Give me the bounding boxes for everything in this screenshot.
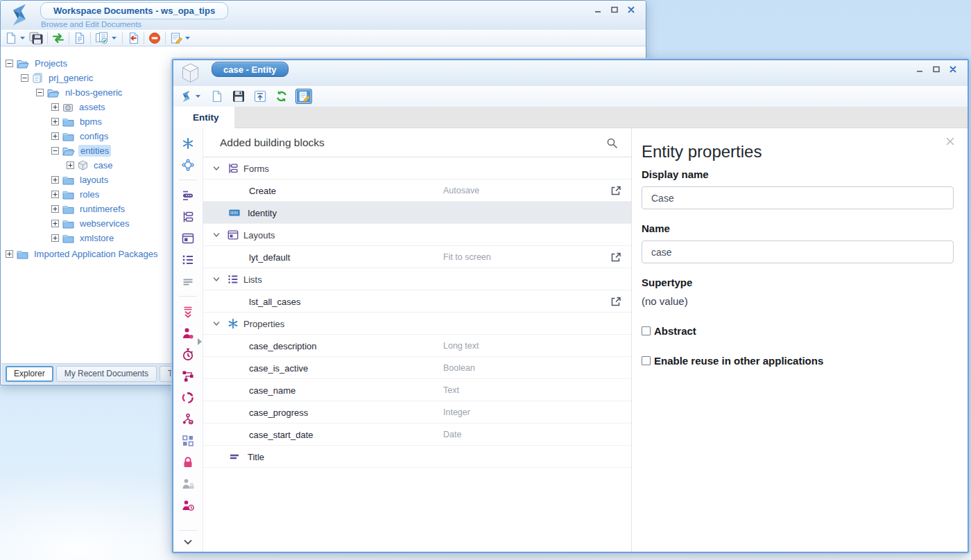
tree-expander-plus[interactable] <box>51 205 59 213</box>
dropdown-caret-icon[interactable] <box>184 36 191 40</box>
group-label: Properties <box>243 318 284 329</box>
block-row-lyt-default[interactable]: lyt_defaultFit to screen <box>203 246 631 268</box>
edit-document-button[interactable] <box>169 30 193 46</box>
new-document-button[interactable] <box>3 30 28 46</box>
lock-icon[interactable] <box>173 451 203 473</box>
checkbox-label: Abstract <box>654 325 696 337</box>
relations-icon[interactable] <box>173 154 203 175</box>
block-row-case-description[interactable]: case_descriptionLong text <box>203 335 631 357</box>
controls-icon[interactable] <box>173 184 203 206</box>
forms-icon[interactable] <box>173 206 203 227</box>
person-lock-icon[interactable] <box>173 473 203 494</box>
open-in-editor-icon[interactable] <box>610 252 621 263</box>
tree-expander-minus[interactable] <box>51 147 59 155</box>
enable-reuse-in-other-applications-checkbox[interactable] <box>642 356 651 365</box>
collapse-chevron-icon[interactable] <box>212 320 221 328</box>
entity-window: case - Entity Entity Added building bloc… <box>172 59 969 553</box>
block-row-case-progress[interactable]: case_progressInteger <box>203 401 631 423</box>
tree-expander-plus[interactable] <box>67 161 74 169</box>
decision-icon[interactable] <box>173 408 203 430</box>
group-row-layouts[interactable]: Layouts <box>203 224 631 246</box>
layouts-icon[interactable] <box>173 227 203 249</box>
maximize-button[interactable] <box>931 64 941 73</box>
tree-expander-plus[interactable] <box>51 191 59 198</box>
block-row-create[interactable]: CreateAutosave <box>203 180 631 202</box>
close-icon[interactable] <box>946 137 954 146</box>
lifecycle-icon[interactable] <box>173 387 203 408</box>
close-button[interactable] <box>626 5 636 14</box>
dropdown-caret-icon[interactable] <box>194 94 202 98</box>
tab-my-recent-documents[interactable]: My Recent Documents <box>56 366 157 382</box>
close-button[interactable] <box>947 64 958 73</box>
group-row-properties[interactable]: Properties <box>203 313 631 335</box>
group-row-lists[interactable]: Lists <box>203 268 631 290</box>
block-detail: Fit to screen <box>443 252 491 262</box>
folder-icon <box>62 117 74 127</box>
tree-expander-minus[interactable] <box>21 74 28 82</box>
workspace-window-controls <box>592 5 636 14</box>
process-icon[interactable] <box>173 365 203 387</box>
collapse-chevron-icon[interactable] <box>212 231 221 239</box>
block-row-case-is-active[interactable]: case_is_activeBoolean <box>203 357 631 379</box>
tree-expander-plus[interactable] <box>51 176 59 184</box>
block-detail: Long text <box>443 341 479 351</box>
dropdown-caret-icon[interactable] <box>19 36 26 40</box>
lists-icon[interactable] <box>173 249 203 270</box>
display-name-input[interactable]: Case <box>642 186 954 209</box>
tree-item-label: bpms <box>78 116 104 128</box>
edit-button[interactable] <box>295 89 312 104</box>
tree-expander-plus[interactable] <box>51 132 59 140</box>
commit-icon <box>254 90 266 103</box>
block-row-title[interactable]: Title <box>203 446 631 468</box>
abstract-checkbox[interactable] <box>642 326 651 335</box>
collapse-chevron-icon[interactable] <box>212 164 221 173</box>
properties-icon[interactable] <box>173 132 203 154</box>
save-icon <box>232 90 245 103</box>
block-row-case-start-date[interactable]: case_start_dateDate <box>203 423 631 446</box>
app-menu-button[interactable] <box>178 89 203 104</box>
view-document-button[interactable] <box>72 30 87 46</box>
group-row-forms[interactable]: Forms <box>203 157 631 180</box>
person-clock-icon[interactable] <box>173 494 203 516</box>
import-document-button[interactable] <box>126 30 141 46</box>
refresh-button[interactable] <box>274 89 289 104</box>
search-icon[interactable] <box>606 137 617 148</box>
validations-icon[interactable] <box>173 301 203 322</box>
name-input[interactable]: case <box>642 240 954 263</box>
save-all-button[interactable] <box>28 30 44 46</box>
maximize-button[interactable] <box>609 5 619 14</box>
collapse-chevron-icon[interactable] <box>212 275 221 283</box>
tree-expander-plus[interactable] <box>51 103 59 111</box>
enable-reuse-in-other-applications-checkbox-row[interactable]: Enable reuse in other applications <box>642 355 954 367</box>
sync-documents-button[interactable] <box>51 30 66 46</box>
commit-button[interactable] <box>252 89 268 104</box>
scroll-more-chevron-icon[interactable] <box>173 536 203 548</box>
building-blocks-title: Added building blocks <box>220 137 325 149</box>
tree-expander-minus[interactable] <box>36 89 44 96</box>
block-row-case-name[interactable]: case_nameText <box>203 379 631 401</box>
block-row-lst-all-cases[interactable]: lst_all_cases <box>203 290 631 313</box>
sync-icon <box>52 32 65 44</box>
block-row-identity[interactable]: Identity <box>203 202 631 224</box>
text-blocks-icon[interactable] <box>173 270 203 292</box>
block-button[interactable] <box>147 30 162 46</box>
dropdown-caret-icon[interactable] <box>110 36 118 40</box>
tree-expander-plus[interactable] <box>51 118 59 125</box>
tree-expander-plus[interactable] <box>6 250 13 258</box>
modules-icon[interactable] <box>173 430 203 451</box>
open-in-editor-icon[interactable] <box>610 296 621 307</box>
panel-expand-icon[interactable] <box>197 336 203 349</box>
entity-toolbar <box>173 86 968 107</box>
abstract-checkbox-row[interactable]: Abstract <box>642 325 954 337</box>
open-in-editor-icon[interactable] <box>610 185 621 196</box>
minimize-button[interactable] <box>592 5 603 14</box>
tab-entity[interactable]: Entity <box>187 107 225 128</box>
new-document-button[interactable] <box>209 89 225 104</box>
minimize-button[interactable] <box>914 64 925 73</box>
tab-explorer[interactable]: Explorer <box>6 366 53 382</box>
save-button[interactable] <box>231 89 246 104</box>
tree-expander-plus[interactable] <box>51 234 59 242</box>
tree-expander-minus[interactable] <box>6 60 13 67</box>
copy-documents-button[interactable] <box>94 30 119 46</box>
tree-expander-plus[interactable] <box>51 220 59 227</box>
